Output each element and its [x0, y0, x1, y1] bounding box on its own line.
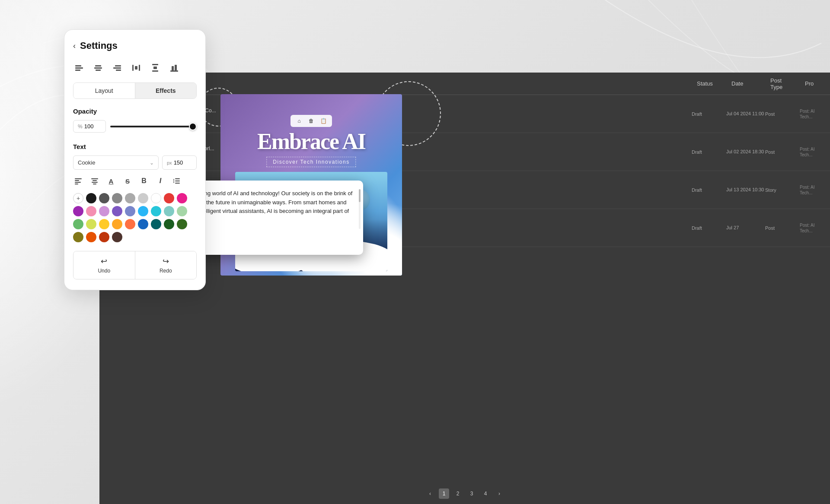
distribute-horizontal-icon[interactable]: [130, 62, 142, 74]
color-swatch[interactable]: [112, 206, 122, 216]
color-swatch[interactable]: [86, 193, 96, 203]
row-post-type: Post: [765, 111, 800, 117]
pagination: ‹ 1 2 3 4 ›: [425, 488, 504, 499]
color-swatch[interactable]: [177, 219, 187, 229]
col-header-date: Date: [726, 80, 765, 87]
color-swatch[interactable]: [99, 193, 109, 203]
col-header-pro: Pro: [800, 80, 821, 87]
table-row[interactable]: Dive Into The Fascinating Worl... @stock…: [99, 133, 830, 171]
row-pro: Post: AI Tech...: [800, 184, 821, 196]
font-size-input[interactable]: px 150: [162, 155, 197, 170]
line-spacing-icon[interactable]: [172, 176, 182, 186]
text-align-center-icon[interactable]: [89, 176, 100, 186]
svg-rect-21: [75, 184, 78, 184]
slider-thumb[interactable]: [189, 123, 197, 130]
opacity-label: Opacity: [73, 108, 197, 115]
svg-rect-12: [152, 64, 158, 65]
color-swatch[interactable]: [164, 206, 174, 216]
color-swatch[interactable]: [138, 219, 148, 229]
color-swatch[interactable]: [138, 206, 148, 216]
pagination-page-4[interactable]: 4: [480, 488, 491, 499]
color-swatch[interactable]: [99, 232, 109, 242]
settings-header: ‹ Settings: [73, 40, 197, 51]
color-swatch[interactable]: [138, 193, 148, 203]
color-swatch[interactable]: [73, 206, 83, 216]
color-swatch[interactable]: [177, 193, 187, 203]
col-header-post-type: Post Type: [765, 77, 800, 90]
text-underline-icon[interactable]: A: [106, 176, 116, 186]
canvas-overlay[interactable]: ✈ ⌂ 🗑 📋 Embrace AI Discover Tech Innovat…: [220, 94, 402, 276]
color-swatch[interactable]: [73, 219, 83, 229]
text-popup-scrollbar[interactable]: [359, 189, 361, 229]
color-swatch[interactable]: [112, 193, 122, 203]
tab-row: Layout Effects: [73, 82, 197, 99]
alignment-icons-row: [73, 62, 197, 74]
tab-layout[interactable]: Layout: [73, 83, 135, 98]
redo-button[interactable]: ↪ Redo: [135, 251, 197, 279]
row-post-type: Post: [765, 225, 800, 231]
align-center-icon[interactable]: [92, 62, 104, 74]
format-icons-row: A S B I: [73, 176, 197, 186]
text-strikethrough-icon[interactable]: S: [122, 176, 133, 186]
canvas-copy-icon[interactable]: 📋: [319, 117, 328, 125]
color-swatch[interactable]: [112, 219, 122, 229]
row-pro: Post: AI Tech...: [800, 108, 821, 120]
svg-rect-13: [152, 70, 158, 72]
back-icon: ‹: [73, 41, 76, 51]
color-swatch[interactable]: [151, 206, 161, 216]
svg-rect-7: [113, 67, 121, 69]
color-swatch[interactable]: [125, 219, 135, 229]
svg-rect-2: [75, 70, 80, 71]
opacity-input[interactable]: % 100: [73, 120, 106, 133]
opacity-row: % 100: [73, 120, 197, 133]
color-swatch[interactable]: [151, 219, 161, 229]
svg-rect-25: [93, 184, 96, 184]
text-bold-icon[interactable]: B: [139, 176, 149, 186]
main-content-area: Title Status Date Post Type Pro The Worl…: [99, 73, 830, 504]
color-swatch[interactable]: [86, 232, 96, 242]
pagination-next[interactable]: ›: [494, 488, 504, 499]
table-row[interactable]: The World As We Know It Is Co... @stocki…: [99, 95, 830, 133]
font-size-value: 150: [174, 159, 183, 166]
color-swatch[interactable]: [99, 206, 109, 216]
row-date: Jul 27: [726, 225, 765, 231]
slider-track: [110, 126, 197, 127]
font-selector[interactable]: Cookie ⌄: [73, 155, 159, 170]
color-swatch[interactable]: [125, 206, 135, 216]
distribute-vertical-icon[interactable]: [149, 62, 161, 74]
align-left-icon[interactable]: [73, 62, 85, 74]
undo-button[interactable]: ↩ Undo: [73, 251, 135, 279]
row-date: Jul 04 2024 11:00: [726, 111, 765, 117]
svg-rect-17: [175, 65, 177, 70]
color-swatch[interactable]: [86, 206, 96, 216]
font-row: Cookie ⌄ px 150: [73, 155, 197, 170]
align-right-icon[interactable]: [111, 62, 123, 74]
color-swatch[interactable]: [164, 219, 174, 229]
svg-rect-1: [75, 67, 83, 69]
color-swatch[interactable]: [99, 219, 109, 229]
color-swatch[interactable]: [86, 219, 96, 229]
canvas-home-icon[interactable]: ⌂: [295, 117, 303, 125]
font-chevron-icon: ⌄: [150, 160, 154, 166]
row-status: Draft: [692, 111, 726, 117]
pagination-page-3[interactable]: 3: [466, 488, 477, 499]
color-swatch[interactable]: [73, 232, 83, 242]
align-bottom-icon[interactable]: [168, 62, 180, 74]
text-align-left-icon[interactable]: [73, 176, 83, 186]
back-button[interactable]: ‹: [73, 41, 76, 51]
color-swatch[interactable]: [164, 193, 174, 203]
add-color-button[interactable]: +: [73, 193, 83, 203]
pagination-page-1[interactable]: 1: [439, 488, 449, 499]
color-swatch[interactable]: [177, 206, 187, 216]
pagination-page-2[interactable]: 2: [453, 488, 463, 499]
scrollbar-thumb[interactable]: [359, 189, 361, 202]
canvas-delete-icon[interactable]: 🗑: [307, 117, 316, 125]
tab-effects[interactable]: Effects: [135, 83, 197, 98]
color-swatch[interactable]: [125, 193, 135, 203]
bold-B-label: B: [141, 177, 147, 185]
opacity-slider[interactable]: [110, 122, 197, 131]
color-swatch[interactable]: [112, 232, 122, 242]
pagination-prev[interactable]: ‹: [425, 488, 435, 499]
text-italic-icon[interactable]: I: [155, 176, 166, 186]
color-swatch[interactable]: [151, 193, 161, 203]
